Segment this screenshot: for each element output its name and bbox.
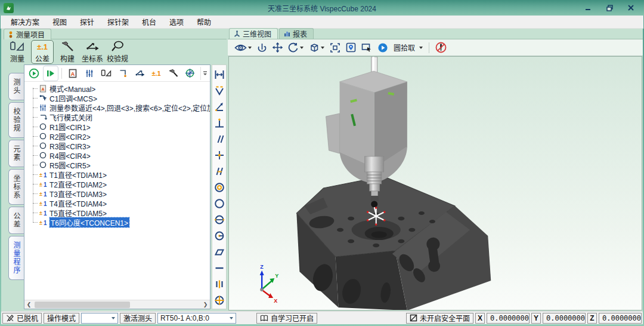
menu-probe-rack[interactable]: 探针架 bbox=[101, 16, 135, 28]
report-tab-icon bbox=[284, 30, 290, 37]
tree-toolbar-more-dropdown[interactable] bbox=[200, 67, 209, 80]
tree-row[interactable]: A 模式<Manual> bbox=[24, 84, 210, 93]
symmetry-icon[interactable] bbox=[213, 278, 225, 290]
side-tab-gauge[interactable]: 校验规 bbox=[8, 102, 24, 138]
coord-z-label: Z bbox=[587, 313, 597, 324]
restore-button[interactable] bbox=[606, 4, 613, 11]
diameter-icon[interactable] bbox=[213, 214, 225, 226]
menu-options[interactable]: 选项 bbox=[163, 16, 190, 28]
probe-disabled-icon bbox=[435, 42, 447, 53]
tree-row[interactable]: ±1 T1直径<TDIAM1> bbox=[24, 170, 210, 179]
cube-view-dropdown-button[interactable] bbox=[308, 41, 325, 55]
tree-row[interactable]: R4圆<CIR4> bbox=[24, 150, 210, 160]
svg-text:1: 1 bbox=[44, 172, 47, 179]
chevron-down-icon bbox=[300, 47, 304, 49]
menu-probe[interactable]: 探针 bbox=[73, 16, 101, 28]
measure-params-icon[interactable] bbox=[82, 66, 97, 81]
tree-row[interactable]: ±1 T5直径<TDIAM5> bbox=[24, 208, 210, 217]
step-run-icon[interactable] bbox=[44, 66, 58, 81]
distance-icon[interactable] bbox=[213, 69, 225, 81]
zoom-fit-button[interactable] bbox=[329, 41, 341, 55]
ribbon-label: 构建 bbox=[60, 53, 75, 63]
select-box-button[interactable] bbox=[361, 41, 373, 55]
rotate-view-dropdown-button[interactable] bbox=[287, 41, 304, 55]
op-mode-select[interactable] bbox=[81, 313, 118, 324]
tab-report[interactable]: 报表 bbox=[279, 28, 314, 39]
svg-text:±: ± bbox=[39, 220, 42, 226]
eye-dropdown-button[interactable] bbox=[234, 41, 252, 55]
tree-row[interactable]: 测量参数逼近<4>,回退<3>,搜索<6>,定位<2>,定位加<2>,测 bbox=[24, 103, 210, 112]
svg-text:±: ± bbox=[39, 201, 42, 207]
side-tab-probe[interactable]: 测头 bbox=[8, 73, 24, 100]
tree-row[interactable]: ±1 T3直径<TDIAM3> bbox=[24, 189, 210, 198]
cube-view-icon bbox=[309, 42, 320, 53]
pan-button[interactable] bbox=[272, 41, 283, 55]
tolerance-icon: ±1 bbox=[39, 180, 47, 188]
scrollbar-thumb[interactable] bbox=[35, 302, 130, 308]
straightness-icon[interactable] bbox=[213, 262, 225, 274]
construct-icon[interactable] bbox=[166, 66, 180, 81]
position-point-icon[interactable] bbox=[213, 149, 225, 161]
offline-status: 已脱机 bbox=[2, 313, 42, 324]
label-a-icon[interactable]: A bbox=[66, 66, 80, 81]
menu-help[interactable]: 帮助 bbox=[190, 16, 218, 28]
active-probe-select[interactable]: RT50-1 A:0,B:0 bbox=[157, 313, 236, 324]
tree-row[interactable]: R2圆<CIR2> bbox=[24, 131, 210, 141]
menu-bar: 解决方案 视图 探针 探针架 机台 选项 帮助 bbox=[1, 16, 643, 29]
ribbon-measure-button[interactable]: 测量 bbox=[6, 40, 29, 64]
menu-machine[interactable]: 机台 bbox=[135, 16, 163, 28]
side-tab-tolerance[interactable]: 公差 bbox=[8, 207, 24, 234]
tree-row[interactable]: ±1 T2直径<TDIAM2> bbox=[24, 179, 210, 189]
tree-row[interactable]: R1圆<CIR1> bbox=[24, 122, 210, 131]
parallelism-icon[interactable] bbox=[213, 133, 225, 145]
scroll-right-arrow[interactable]: ❯ bbox=[201, 300, 210, 309]
angle-between-icon[interactable] bbox=[213, 85, 225, 97]
ribbon-tolerance-button[interactable]: ±.1 公差 bbox=[31, 40, 54, 64]
ribbon-construct-button[interactable]: 构建 bbox=[56, 40, 79, 64]
measure-icon bbox=[10, 41, 25, 53]
corner-point-icon[interactable] bbox=[116, 66, 130, 81]
tab-measure-project[interactable]: 测量项目 bbox=[4, 29, 51, 39]
ribbon-coordinate-button[interactable]: 坐标系 bbox=[81, 40, 104, 64]
orbit-button[interactable] bbox=[256, 41, 268, 55]
tree-row[interactable]: ±1 T4直径<TDIAM4> bbox=[24, 198, 210, 208]
run-icon[interactable] bbox=[27, 66, 41, 81]
close-button[interactable] bbox=[627, 4, 634, 11]
tree-row[interactable]: C1回调<MCS> bbox=[24, 93, 210, 103]
coordinate-icon[interactable] bbox=[132, 66, 147, 81]
tab-3d-view[interactable]: 三维视图 bbox=[229, 28, 278, 39]
tree-row[interactable]: R3圆<CIR3> bbox=[24, 141, 210, 150]
minimize-button[interactable] bbox=[584, 4, 592, 11]
side-tab-element[interactable]: 元素 bbox=[8, 140, 24, 167]
tolerance-icon: ±1 bbox=[39, 219, 47, 226]
circle-pick-dropdown-button[interactable]: 圆拾取 bbox=[393, 41, 423, 55]
tree-row[interactable]: R5圆<CIR5> bbox=[24, 160, 210, 170]
axis-compass-icon[interactable] bbox=[182, 66, 197, 81]
tolerance-icon[interactable]: ±.1 bbox=[149, 66, 163, 81]
coordinate-icon bbox=[85, 41, 100, 53]
roundness-icon[interactable] bbox=[213, 198, 225, 210]
probe-disabled-button[interactable] bbox=[435, 41, 447, 55]
side-tab-measure-program[interactable]: 测量程序 bbox=[8, 236, 24, 280]
radius-icon[interactable] bbox=[213, 230, 225, 242]
play-demo-button[interactable] bbox=[377, 41, 389, 55]
tree-row-selected[interactable]: ±1 T6同心度<TCONCEN1> bbox=[24, 217, 210, 227]
tree-horizontal-scrollbar[interactable]: ❮ ❯ bbox=[24, 300, 210, 309]
circle-icon bbox=[39, 161, 47, 169]
angularity-icon[interactable] bbox=[213, 165, 225, 177]
locate-button[interactable] bbox=[345, 41, 357, 55]
tree-row[interactable]: 飞行模式关闭 bbox=[24, 112, 210, 122]
ribbon-gauge-button[interactable]: 校验规 bbox=[106, 40, 129, 64]
scroll-left-arrow[interactable]: ❮ bbox=[24, 300, 33, 309]
angle-icon[interactable] bbox=[213, 101, 225, 113]
concentricity-icon[interactable] bbox=[213, 182, 225, 193]
perpendicularity-icon[interactable] bbox=[213, 117, 225, 129]
menu-solution[interactable]: 解决方案 bbox=[4, 16, 46, 28]
measure-icon[interactable] bbox=[99, 66, 113, 81]
menu-view[interactable]: 视图 bbox=[46, 16, 73, 28]
side-tab-coordinate[interactable]: 坐标系 bbox=[8, 169, 24, 205]
position-icon[interactable] bbox=[213, 294, 225, 306]
viewport-3d[interactable]: Z Y X bbox=[228, 56, 642, 310]
flatness-icon[interactable] bbox=[213, 246, 225, 258]
gauge-icon bbox=[110, 41, 125, 53]
